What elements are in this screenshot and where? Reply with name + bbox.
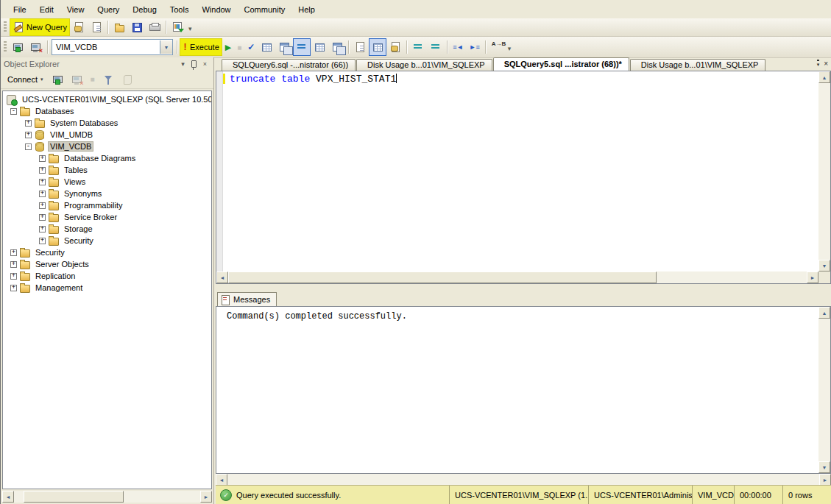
menu-view[interactable]: View (60, 3, 91, 16)
connect-dropdown-button[interactable]: Connect ▾ (3, 74, 48, 85)
tree-item-vim-umdb[interactable]: + VIM_UMDB (3, 129, 211, 141)
tree-item-tables[interactable]: + Tables (3, 164, 211, 176)
tab-sqlquery6[interactable]: SQLQuery6.sql -...nistrator (66)) (222, 59, 356, 71)
print-button[interactable] (146, 18, 163, 36)
new-query-button[interactable]: New Query (10, 18, 70, 36)
menu-window[interactable]: Window (195, 3, 237, 16)
active-files-dropdown-icon[interactable]: ▾ (817, 60, 820, 68)
expand-icon[interactable]: + (10, 285, 17, 291)
tree-item-programmability[interactable]: + Programmability (3, 199, 211, 211)
expand-icon[interactable]: + (39, 226, 46, 233)
filter-button[interactable] (99, 71, 117, 88)
tree-item-database-diagrams[interactable]: + Database Diagrams (3, 152, 211, 164)
collapse-icon[interactable]: - (25, 143, 32, 150)
combobox-dropdown-icon[interactable]: ▼ (160, 40, 172, 54)
menu-debug[interactable]: Debug (126, 3, 163, 16)
close-icon[interactable]: × (199, 59, 211, 68)
tree-item-db-security[interactable]: + Security (3, 235, 211, 246)
menu-help[interactable]: Help (291, 3, 322, 16)
increase-indent-button[interactable]: ►≡ (467, 38, 483, 56)
parse-button[interactable]: ✓ (244, 38, 258, 56)
scroll-up-button[interactable]: ▲ (818, 307, 830, 319)
debug-button[interactable]: ▶ (222, 38, 234, 56)
save-button[interactable] (128, 18, 146, 36)
menu-file[interactable]: File (7, 3, 33, 16)
scroll-right-button[interactable]: ► (807, 271, 818, 283)
scroll-down-button[interactable]: ▼ (818, 461, 830, 473)
messages-vscrollbar[interactable]: ▲ ▼ (818, 307, 830, 473)
scroll-right-button[interactable]: ► (200, 491, 212, 503)
tab-disk-usage-2[interactable]: Disk Usage b...01\VIM_SQLEXP (630, 59, 766, 71)
scroll-left-button[interactable]: ◄ (2, 491, 14, 503)
comment-button[interactable] (409, 38, 427, 56)
expand-icon[interactable]: + (25, 132, 32, 138)
actual-plan-button[interactable] (311, 38, 328, 56)
tree-item-storage[interactable]: + Storage (3, 223, 211, 235)
toolbar-grip[interactable] (4, 41, 7, 53)
scroll-left-button[interactable]: ◄ (216, 271, 228, 283)
expand-icon[interactable]: + (39, 179, 46, 185)
tree-item-synonyms[interactable]: + Synonyms (3, 188, 211, 199)
window-position-icon[interactable]: ▾ (177, 59, 188, 68)
expand-icon[interactable]: + (39, 202, 46, 209)
tree-item-security[interactable]: + Security (3, 246, 211, 258)
tab-sqlquery5-active[interactable]: SQLQuery5.sql ...istrator (68))* (493, 57, 629, 71)
code-area[interactable]: truncate table VPX_HIST_STAT1 (225, 71, 818, 271)
database-combobox[interactable]: VIM_VCDB ▼ (52, 39, 173, 55)
pin-icon[interactable] (188, 59, 199, 68)
editor-hscrollbar[interactable]: ◄ ► (216, 271, 818, 283)
results-to-text-button[interactable] (351, 38, 369, 56)
activity-monitor-button[interactable] (169, 18, 186, 36)
scrollbar-track[interactable] (227, 474, 819, 486)
object-explorer-tree[interactable]: UCS-VCENTER01\VIM_SQLEXP (SQL Server 10.… (2, 90, 212, 489)
open-file-button[interactable] (110, 18, 128, 36)
object-explorer-hscrollbar[interactable]: ◄ ► (2, 491, 212, 503)
toolbar-overflow-button[interactable]: ▾ (506, 43, 514, 52)
expand-icon[interactable]: + (39, 155, 46, 162)
scrollbar-thumb[interactable] (24, 491, 124, 503)
expand-icon[interactable]: + (39, 167, 46, 174)
tree-item-service-broker[interactable]: + Service Broker (3, 211, 211, 223)
intellisense-toggle-button[interactable] (293, 38, 311, 56)
expand-icon[interactable]: + (39, 214, 46, 221)
expand-icon[interactable]: + (39, 238, 46, 244)
client-statistics-button[interactable] (328, 38, 346, 56)
tree-item-server[interactable]: UCS-VCENTER01\VIM_SQLEXP (SQL Server 10.… (3, 93, 211, 105)
disconnect-button[interactable] (49, 71, 67, 88)
tab-messages[interactable]: Messages (217, 292, 277, 306)
tree-item-management[interactable]: + Management (3, 282, 211, 294)
toolbar-overflow-button[interactable]: ▾ (186, 23, 194, 32)
tree-item-vim-vcdb[interactable]: - VIM_VCDB (3, 141, 211, 152)
menu-edit[interactable]: Edit (33, 3, 60, 16)
scrollbar-track[interactable] (818, 83, 830, 260)
results-to-grid-button[interactable] (369, 38, 386, 56)
scroll-right-button[interactable]: ► (819, 474, 831, 486)
toolbar-grip[interactable] (4, 21, 7, 33)
database-engine-query-button[interactable] (70, 18, 88, 36)
expand-icon[interactable]: + (10, 261, 17, 268)
editor-vscrollbar[interactable]: ▲ ▼ (818, 71, 830, 271)
tab-disk-usage-1[interactable]: Disk Usage b...01\VIM_SQLEXP (356, 59, 492, 71)
tree-item-server-objects[interactable]: + Server Objects (3, 258, 211, 270)
results-to-file-button[interactable] (386, 38, 404, 56)
execute-button[interactable]: ! Execute (180, 38, 222, 56)
uncomment-button[interactable] (427, 38, 445, 56)
expand-icon[interactable]: + (25, 120, 32, 127)
expand-icon[interactable]: + (39, 191, 46, 197)
expand-icon[interactable]: + (10, 273, 17, 280)
scroll-up-button[interactable]: ▲ (818, 71, 830, 83)
tree-item-views[interactable]: + Views (3, 176, 211, 188)
close-document-icon[interactable]: × (824, 60, 828, 68)
template-parameters-button[interactable]: A→B (488, 38, 506, 56)
expand-icon[interactable]: + (10, 249, 17, 256)
menu-tools[interactable]: Tools (163, 3, 196, 16)
estimated-plan-button[interactable] (258, 38, 275, 56)
connect-button[interactable] (10, 38, 27, 56)
tree-item-replication[interactable]: + Replication (3, 270, 211, 282)
tree-item-system-databases[interactable]: + System Databases (3, 117, 211, 129)
tree-item-databases[interactable]: - Databases (3, 105, 211, 117)
scrollbar-track[interactable] (14, 491, 200, 503)
scrollbar-thumb[interactable] (228, 271, 657, 283)
menu-community[interactable]: Community (238, 3, 292, 16)
decrease-indent-button[interactable]: ≡◄ (450, 38, 466, 56)
